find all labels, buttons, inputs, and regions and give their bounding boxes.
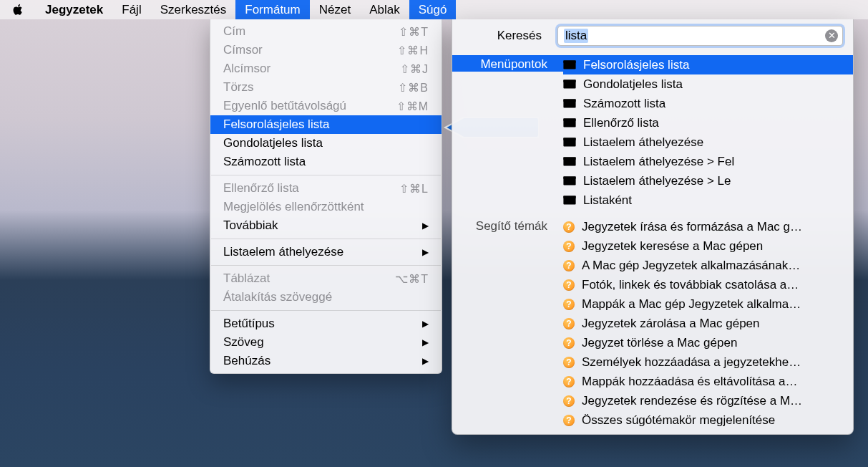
help-result[interactable]: ?Jegyzetek zárolása a Mac gépen [563,314,853,333]
menu-item--talak-t-s-sz-vegg-: Átalakítás szöveggé [210,288,442,307]
help-topic-icon: ? [563,241,575,252]
help-result[interactable]: ?Jegyzetek rendezése és rögzítése a M… [563,391,853,410]
help-result-label: Listaként [583,193,846,208]
menu-result-icon [563,80,576,89]
help-result[interactable]: ?Összes súgótémakör megjelenítése [563,410,853,430]
menu-item-shortcut: ⇧⌘J [400,62,429,76]
help-result-label: Jegyzetek rendezése és rögzítése a M… [582,394,846,408]
help-search-row: Keresés lista ✕ [452,19,853,52]
menu-item-listaelem-thelyez-se[interactable]: Listaelem áthelyezése▶ [210,243,442,261]
menu-item-label: Táblázat [223,271,395,286]
apple-icon [12,4,24,16]
menu-item-shortcut: ⇧⌘L [399,182,429,196]
menu-item-ellen-rz-lista: Ellenőrző lista⇧⌘L [210,179,442,198]
help-result-label: A Mac gép Jegyzetek alkalmazásának… [582,259,846,273]
menu-result-icon [563,60,576,69]
menu-ablak[interactable]: Ablak [360,0,409,19]
menu-formátum[interactable]: Formátum [235,0,309,19]
submenu-chevron-icon: ▶ [422,356,429,366]
menu-item-sz-veg[interactable]: Szöveg▶ [210,333,442,352]
menu-item-beh-z-s[interactable]: Behúzás▶ [210,352,442,370]
menu-item-felsorol-sjeles-lista[interactable]: Felsorolásjeles lista [210,115,442,134]
menu-item-label: Felsorolásjeles lista [223,117,429,132]
help-section-list: Felsorolásjeles listaGondolatjeles lista… [563,55,853,210]
help-result-label: Listaelem áthelyezése > Fel [583,155,846,169]
help-section-label: Segítő témák [452,217,563,234]
help-topic-icon: ? [563,299,575,310]
menu-separator [211,239,441,239]
menu-nézet[interactable]: Nézet [310,0,360,19]
menu-result-icon [563,99,576,108]
submenu-chevron-icon: ▶ [422,337,429,347]
menu-result-icon [563,176,576,186]
help-result[interactable]: ?Mappák hozzáadása és eltávolítása a… [563,372,853,391]
menu-item-egyenl-bet-t-vols-g-: Egyenlő betűtávolságú⇧⌘M [210,97,442,115]
help-result-label: Listaelem áthelyezése > Le [583,174,846,188]
menu-item-sz-mozott-lista[interactable]: Számozott lista [210,153,442,171]
clear-search-icon[interactable]: ✕ [825,29,838,42]
help-result-label: Ellenőrző lista [583,116,846,130]
help-result[interactable]: ?Fotók, linkek és továbbiak csatolása a… [563,275,853,294]
menu-item-gondolatjeles-lista[interactable]: Gondolatjeles lista [210,134,442,153]
menu-item-label: Számozott lista [223,155,429,169]
apple-menu[interactable] [0,0,36,19]
help-result[interactable]: ?Jegyzet törlése a Mac gépen [563,333,853,352]
menu-súgó[interactable]: Súgó [409,0,457,19]
menu-item-tov-bbiak[interactable]: Továbbiak▶ [210,216,442,235]
menu-item-label: Címsor [223,43,397,57]
help-result-label: Mappák hozzáadása és eltávolítása a… [582,375,846,389]
menu-item-label: Behúzás [223,354,422,368]
help-result[interactable]: ?Jegyzetek keresése a Mac gépen [563,236,853,256]
help-search-label: Keresés [462,29,557,43]
help-topic-icon: ? [563,357,575,368]
help-result[interactable]: Számozott lista [563,94,853,113]
help-result-label: Jegyzetek keresése a Mac gépen [582,239,846,254]
submenu-chevron-icon: ▶ [422,221,429,231]
help-result[interactable]: ?Személyek hozzáadása a jegyzetekhe… [563,352,853,372]
menu-item-label: Egyenlő betűtávolságú [223,99,396,113]
menu-item-label: Gondolatjeles lista [223,136,429,150]
menu-result-icon [563,196,576,205]
menu-fájl[interactable]: Fájl [112,0,150,19]
help-result[interactable]: Gondolatjeles lista [563,74,853,94]
help-result[interactable]: ?A Mac gép Jegyzetek alkalmazásának… [563,256,853,275]
help-result[interactable]: Listaelem áthelyezése > Fel [563,152,853,171]
menu-item-label: Továbbiak [223,218,422,233]
menu-item-shortcut: ⇧⌘B [398,81,429,95]
help-result-label: Gondolatjeles lista [583,77,846,92]
menu-item-label: Cím [223,24,399,39]
help-section-menu: MenüpontokFelsorolásjeles listaGondolatj… [452,55,853,210]
help-result[interactable]: Listaelem áthelyezése [563,133,853,152]
menu-item-shortcut: ⇧⌘T [399,25,429,39]
help-topic-icon: ? [563,318,575,329]
menu-app[interactable]: Jegyzetek [36,0,112,19]
menu-szerkesztés[interactable]: Szerkesztés [151,0,236,19]
menu-item-shortcut: ⌥⌘T [395,272,429,286]
menu-separator [211,265,441,266]
help-section-topic: Segítő témák?Jegyzetek írása és formázás… [452,217,853,430]
help-section-label: Menüpontok [452,55,563,72]
submenu-chevron-icon: ▶ [422,247,429,257]
help-result[interactable]: Listaelem áthelyezése > Le [563,171,853,191]
menu-item-label: Szöveg [223,335,422,350]
help-result[interactable]: Ellenőrző lista [563,113,853,133]
help-result-label: Listaelem áthelyezése [583,135,846,150]
help-result[interactable]: ?Mappák a Mac gép Jegyzetek alkalma… [563,294,853,314]
menu-item-t-rzs: Törzs⇧⌘B [210,78,442,97]
menu-item-shortcut: ⇧⌘H [397,44,429,57]
help-topic-icon: ? [563,279,575,291]
help-result-label: Fotók, linkek és továbbiak csatolása a… [582,278,846,292]
help-search-field[interactable]: lista ✕ [557,26,843,46]
help-result-label: Felsorolásjeles lista [583,58,846,72]
menu-separator [211,175,441,175]
help-result-label: Mappák a Mac gép Jegyzetek alkalma… [582,297,846,312]
menu-item-label: Betűtípus [223,317,422,331]
help-result[interactable]: ?Jegyzetek írása és formázása a Mac g… [563,217,853,236]
help-section-list: ?Jegyzetek írása és formázása a Mac g…?J… [563,217,853,430]
help-result[interactable]: Listaként [563,191,853,210]
menu-item-label: Törzs [223,80,398,95]
menu-item-bet-t-pus[interactable]: Betűtípus▶ [210,314,442,333]
help-topic-icon: ? [563,376,575,387]
help-panel: Keresés lista ✕ MenüpontokFelsorolásjele… [452,19,854,435]
help-result[interactable]: Felsorolásjeles lista [563,55,853,74]
